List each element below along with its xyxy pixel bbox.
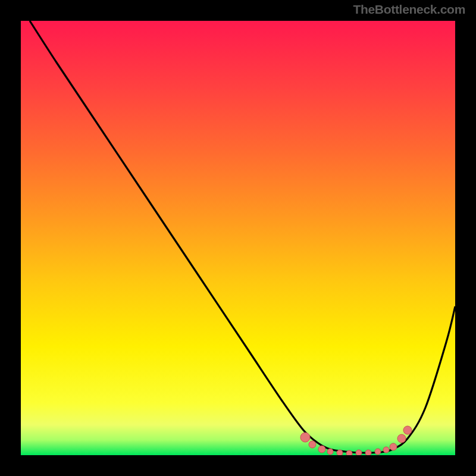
- highlight-dot: [300, 433, 310, 442]
- highlight-dot: [375, 449, 381, 455]
- highlight-dot: [403, 426, 412, 434]
- plot-area: [21, 21, 455, 455]
- highlight-dot: [346, 450, 352, 455]
- chart-svg: [21, 21, 455, 455]
- highlight-dot: [365, 450, 371, 455]
- highlight-dot: [337, 450, 343, 455]
- highlight-dot: [397, 434, 406, 443]
- highlight-dot: [383, 447, 389, 453]
- chart-frame: TheBottleneck.com: [0, 0, 476, 476]
- highlight-dot: [318, 446, 325, 453]
- highlight-dot: [327, 449, 333, 455]
- highlight-dot: [309, 441, 316, 448]
- highlight-dot: [356, 450, 362, 455]
- attribution-text: TheBottleneck.com: [353, 2, 465, 17]
- gradient-background: [21, 21, 455, 455]
- highlight-dot: [390, 443, 397, 450]
